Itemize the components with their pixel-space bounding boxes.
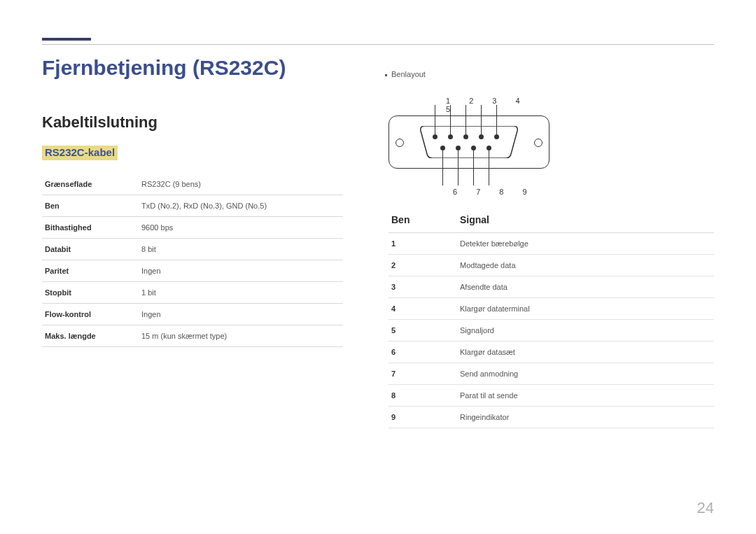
page-number: 24: [697, 499, 714, 517]
pin-leader-icon: [435, 105, 435, 134]
pin-icon: [456, 146, 461, 150]
spec-val: 9600 bps: [139, 217, 343, 239]
bullet-icon: [385, 74, 387, 76]
signal-pin: 7: [388, 363, 457, 385]
spec-key: Bithastighed: [42, 217, 139, 239]
document-page: Fjernbetjening (RS232C) Kabeltilslutning…: [0, 0, 756, 534]
spec-val: RS232C (9 bens): [139, 174, 343, 195]
spec-key: Maks. længde: [42, 325, 139, 347]
signal-pin: 8: [388, 385, 457, 407]
connector-screw-icon: [534, 139, 542, 147]
pin-leader-icon: [489, 150, 489, 185]
pin-leader-icon: [450, 105, 451, 134]
pin-icon: [479, 134, 484, 139]
table-row: 3Afsendte data: [388, 276, 714, 298]
pin-icon: [463, 134, 468, 139]
signal-name: Afsendte data: [457, 276, 714, 298]
connector-screw-icon: [396, 139, 404, 147]
signal-pin: 4: [388, 298, 457, 320]
pin-numbers-bottom: 6 7 8 9: [453, 188, 536, 196]
table-row: 9Ringeindikator: [388, 407, 714, 428]
spec-key: Paritet: [42, 260, 139, 282]
spec-val: 1 bit: [139, 282, 343, 304]
spec-val: Ingen: [139, 260, 343, 282]
pin-leader-icon: [481, 105, 482, 134]
pin-numbers-top: 1 2 3 4 5: [446, 97, 550, 113]
pin-layout-label: Benlayout: [391, 70, 426, 78]
table-row: Flow-kontrolIngen: [42, 304, 343, 325]
page-title: Fjernbetjening (RS232C): [42, 56, 286, 80]
signal-name: Send anmodning: [457, 363, 714, 385]
signal-pin: 2: [388, 255, 457, 276]
signal-pin: 1: [388, 233, 457, 255]
table-row: Bithastighed9600 bps: [42, 217, 343, 239]
signal-name: Klargør datasæt: [457, 342, 714, 363]
table-row: BenTxD (No.2), RxD (No.3), GND (No.5): [42, 195, 343, 217]
table-row: 4Klargør dataterminal: [388, 298, 714, 320]
spec-table: GrænsefladeRS232C (9 bens) BenTxD (No.2)…: [42, 174, 343, 347]
signal-pin: 9: [388, 407, 457, 428]
signal-name: Parat til at sende: [457, 385, 714, 407]
pin-icon: [486, 146, 491, 150]
spec-key: Databit: [42, 239, 139, 260]
pin-icon: [494, 134, 499, 139]
spec-val: TxD (No.2), RxD (No.3), GND (No.5): [139, 195, 343, 217]
table-row: GrænsefladeRS232C (9 bens): [42, 174, 343, 195]
pin-icon: [471, 146, 476, 150]
table-row: Databit8 bit: [42, 239, 343, 260]
table-row: Stopbit1 bit: [42, 282, 343, 304]
pin-leader-icon: [465, 105, 466, 134]
signal-pin: 6: [388, 342, 457, 363]
signal-name: Detekter bærebølge: [457, 233, 714, 255]
pin-leader-icon: [473, 150, 474, 185]
table-row: 7Send anmodning: [388, 363, 714, 385]
signal-name: Ringeindikator: [457, 407, 714, 428]
table-row: Maks. længde15 m (kun skærmet type): [42, 325, 343, 347]
table-row: 6Klargør datasæt: [388, 342, 714, 363]
spec-val: 15 m (kun skærmet type): [139, 325, 343, 347]
signal-name: Modtagede data: [457, 255, 714, 276]
pin-icon: [448, 134, 453, 139]
pin-leader-icon: [496, 105, 497, 134]
connector-figure: 1 2 3 4 5 6 7 8 9: [388, 112, 550, 182]
spec-key: Ben: [42, 195, 139, 217]
pin-leader-icon: [442, 150, 443, 185]
spec-key: Flow-kontrol: [42, 304, 139, 325]
header-accent-bar: [42, 38, 91, 41]
pin-icon: [440, 146, 445, 150]
signal-name: Signaljord: [457, 320, 714, 342]
signal-col-pin: Ben: [388, 214, 457, 233]
section-title: Kabeltilslutning: [42, 113, 158, 132]
signal-col-signal: Signal: [457, 214, 714, 233]
spec-key: Grænseflade: [42, 174, 139, 195]
subsection-title: RS232C-kabel: [42, 146, 118, 160]
header-rule: [42, 44, 714, 45]
pin-leader-icon: [458, 150, 458, 185]
table-row: 1Detekter bærebølge: [388, 233, 714, 255]
signal-name: Klargør dataterminal: [457, 298, 714, 320]
spec-val: Ingen: [139, 304, 343, 325]
signal-pin: 3: [388, 276, 457, 298]
signal-table: Ben Signal 1Detekter bærebølge 2Modtaged…: [388, 214, 714, 428]
signal-pin: 5: [388, 320, 457, 342]
pin-layout-bullet: Benlayout: [385, 70, 426, 78]
table-row: 2Modtagede data: [388, 255, 714, 276]
pin-icon: [433, 134, 438, 139]
table-row: ParitetIngen: [42, 260, 343, 282]
table-row: 8Parat til at sende: [388, 385, 714, 407]
table-row: 5Signaljord: [388, 320, 714, 342]
spec-key: Stopbit: [42, 282, 139, 304]
spec-val: 8 bit: [139, 239, 343, 260]
